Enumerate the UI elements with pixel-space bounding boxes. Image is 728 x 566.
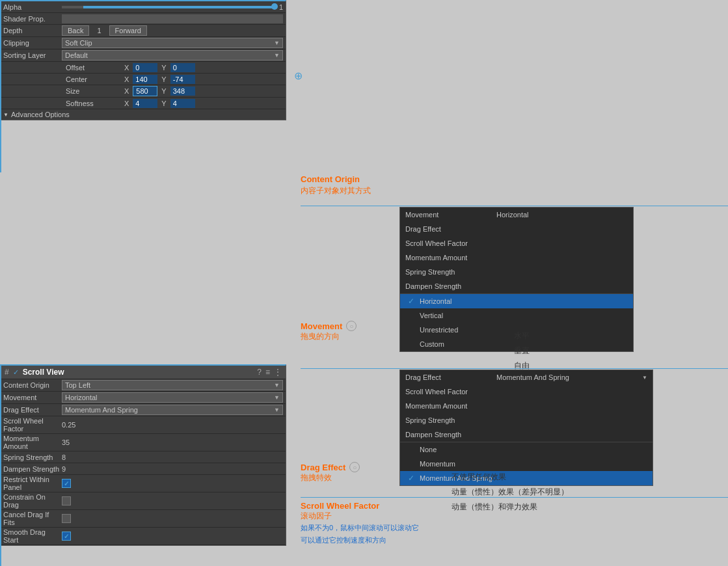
more-icon[interactable]: ⋮ (274, 368, 282, 377)
drag-chinese-item-1: 不使用任何效果 (452, 470, 569, 485)
offset-row: Offset X Y (1, 62, 286, 74)
top-inspector-panel: Alpha 1 Shader Prop. Depth Back 1 Forwar… (0, 0, 286, 120)
size-y-input[interactable] (170, 87, 195, 96)
alpha-slider-thumb[interactable] (271, 3, 278, 10)
clipping-value: Soft Clip (65, 39, 92, 47)
content-origin-annotation-sub: 内容子对象对其方式 (301, 185, 371, 196)
dampen-strength-row: Dampen Strength 9 (1, 463, 286, 475)
cancel-drag-if-fits-checkbox[interactable] (62, 514, 71, 523)
alpha-value: 1 (279, 3, 283, 11)
drag-option-none[interactable]: None (400, 442, 653, 457)
divider-content-origin (301, 206, 728, 206)
drag-effect-annotation-sub: 拖拽特效 (301, 472, 360, 483)
drag-option-momentum[interactable]: Momentum (400, 457, 653, 471)
defd-momentum-label: Momentum Amount (405, 402, 496, 410)
movement-option-horizontal[interactable]: ✓ Horizontal (400, 294, 633, 308)
center-label: Center (66, 75, 124, 83)
momentum-amount-row: Momentum Amount 35 (1, 434, 286, 451)
softness-x-input[interactable] (133, 99, 157, 108)
question-icon[interactable]: ? (257, 368, 262, 377)
center-x-input[interactable] (133, 75, 157, 84)
drag-effect-chinese-list: 不使用任何效果 动量（惯性）效果（差异不明显） 动量（惯性）和弹力效果 (452, 470, 569, 514)
constrain-on-drag-checkbox[interactable] (62, 496, 71, 505)
mvdd-movement-label: Movement (405, 211, 496, 219)
offset-x-label: X (124, 64, 129, 72)
drag-chinese-item-3: 动量（惯性）和弹力效果 (452, 500, 569, 515)
restrict-within-panel-checkbox[interactable]: ✓ (62, 479, 71, 488)
softness-x-label: X (124, 100, 129, 107)
cancel-drag-if-fits-row: Cancel Drag If Fits (1, 510, 286, 528)
drag-effect-label: Drag Effect (3, 406, 62, 414)
divider-drag-effect (301, 497, 728, 498)
blue-left-accent-top (0, 0, 1, 172)
sorting-layer-dropdown[interactable]: Default ▼ (62, 50, 283, 61)
content-origin-annotation: Content Origin 内容子对象对其方式 (301, 174, 371, 203)
offset-y-input[interactable] (170, 63, 195, 72)
plus-icon-top[interactable]: ⊕ (294, 70, 303, 82)
back-button[interactable]: Back (62, 25, 89, 36)
advanced-options-label: Advanced Options (11, 111, 70, 118)
softness-label: Softness (66, 100, 124, 107)
none-label: None (420, 446, 437, 453)
scroll-view-checkbox[interactable]: ✓ (13, 368, 19, 377)
content-origin-label: Content Origin (3, 381, 62, 389)
scroll-view-title: Scroll View (23, 368, 254, 377)
alpha-slider-container[interactable]: 1 (62, 3, 283, 11)
smooth-drag-start-label: Smooth Drag Start (3, 528, 62, 544)
alpha-row: Alpha 1 (1, 1, 286, 13)
mvdd-spring-label: Spring Strength (405, 268, 496, 276)
movement-dropdown-drag-row: Drag Effect (400, 222, 633, 236)
alpha-slider-fill (83, 6, 275, 8)
drag-effect-annotation: Drag Effect ○ 拖拽特效 (301, 462, 360, 483)
defd-scroll-row: Scroll Wheel Factor (400, 384, 653, 399)
momentum-amount-label: Momentum Amount (3, 435, 62, 450)
scroll-view-header: # ✓ Scroll View ? ≡ ⋮ (1, 366, 286, 379)
dampen-strength-label: Dampen Strength (3, 465, 62, 473)
softness-y-input[interactable] (170, 99, 195, 108)
offset-x-input[interactable] (133, 63, 157, 72)
horizontal-check-icon: ✓ (408, 297, 420, 306)
movement-annotation: Movement ○ 拖曳的方向 (301, 321, 357, 342)
mvdd-movement-value: Horizontal (496, 211, 628, 219)
movement-dropdown-momentum-row: Momentum Amount (400, 250, 633, 265)
vertical-label: Vertical (420, 312, 443, 319)
movement-chinese-item-1: 水平 (514, 329, 537, 344)
scroll-wheel-detail: 如果不为0，鼠标中间滚动可以滚动它 可以通过它控制速度和方向 (301, 522, 419, 546)
softness-fields: X Y (124, 99, 283, 108)
advanced-options-header[interactable]: ▼ Advanced Options (1, 109, 286, 120)
size-y-label: Y (161, 87, 166, 95)
defd-scroll-label: Scroll Wheel Factor (405, 388, 496, 396)
depth-label: Depth (3, 27, 62, 34)
softness-y-label: Y (161, 100, 166, 107)
mvdd-drag-label: Drag Effect (405, 225, 496, 233)
size-row: Size X Y (1, 85, 286, 98)
size-x-input[interactable] (133, 86, 157, 96)
content-origin-arrow-icon: ▼ (274, 382, 280, 388)
content-origin-dropdown[interactable]: Top Left ▼ (62, 380, 283, 390)
settings-icon[interactable]: ≡ (265, 368, 270, 377)
drag-effect-circle-icon[interactable]: ○ (349, 462, 360, 472)
restrict-within-panel-label: Restrict Within Panel (3, 476, 62, 491)
clipping-label: Clipping (3, 39, 62, 47)
dampen-strength-value: 9 (62, 465, 283, 473)
smooth-drag-start-checkbox[interactable]: ✓ (62, 532, 71, 541)
drag-effect-dropdown-field[interactable]: Momentum And Spring ▼ (62, 405, 283, 415)
alpha-slider-bar[interactable] (62, 6, 275, 8)
scroll-wheel-factor-row: Scroll Wheel Factor 0.25 (1, 416, 286, 434)
movement-circle-icon[interactable]: ○ (346, 321, 357, 331)
scroll-wheel-annotation: Scroll Wheel Factor 滚动因子 如果不为0，鼠标中间滚动可以滚… (301, 501, 419, 546)
center-y-label: Y (161, 75, 166, 83)
defd-drag-row: Drag Effect Momentum And Spring ▼ (400, 370, 653, 384)
movement-chinese-item-2: 垂直 (514, 344, 537, 358)
scroll-wheel-annotation-sub: 滚动因子 (301, 511, 419, 522)
scroll-wheel-factor-value: 0.25 (62, 421, 283, 429)
smooth-drag-start-row: Smooth Drag Start ✓ (1, 528, 286, 545)
clipping-dropdown[interactable]: Soft Clip ▼ (62, 38, 283, 48)
mvdd-momentum-label: Momentum Amount (405, 254, 496, 262)
movement-option-vertical[interactable]: Vertical (400, 308, 633, 323)
center-y-input[interactable] (170, 75, 195, 84)
depth-controls: Back 1 Forward (62, 25, 283, 36)
scroll-wheel-detail-2: 可以通过它控制速度和方向 (301, 534, 419, 546)
movement-dropdown-field[interactable]: Horizontal ▼ (62, 392, 283, 403)
forward-button[interactable]: Forward (109, 25, 147, 36)
